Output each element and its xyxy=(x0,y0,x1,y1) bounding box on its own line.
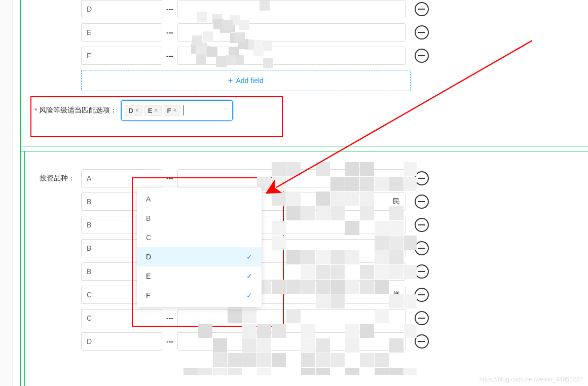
remove-row-button[interactable] xyxy=(415,334,429,349)
top-rows: D --- E --- F --- + Add field * 风险等级适当匹配… xyxy=(30,0,588,130)
tag-remove-icon[interactable]: × xyxy=(155,107,158,114)
key-text: F xyxy=(87,52,91,60)
remove-row-button[interactable] xyxy=(415,241,429,255)
text-cursor xyxy=(183,105,184,115)
key-text: B xyxy=(87,244,91,252)
kv-separator: --- xyxy=(162,28,177,36)
key-text: B xyxy=(87,267,91,276)
key-input[interactable]: D xyxy=(81,0,162,18)
risk-match-select[interactable]: D × E × F × ˄ xyxy=(121,100,233,121)
kv-row: E --- xyxy=(30,23,588,42)
key-text: C xyxy=(87,291,92,299)
kv-row: D --- xyxy=(30,0,588,18)
key-text: B xyxy=(87,221,91,229)
dropdown-option[interactable]: F ✓ xyxy=(137,286,262,305)
add-field-label: Add field xyxy=(236,76,263,85)
kv-separator: --- xyxy=(162,174,177,182)
kv-row: F --- xyxy=(30,47,588,65)
tag-text: F xyxy=(167,107,171,114)
select-tag: F × xyxy=(164,105,180,116)
dropdown-option[interactable]: E ✓ xyxy=(137,266,262,286)
left-gutter xyxy=(0,0,13,386)
dropdown-option[interactable]: D ✓ xyxy=(137,247,262,266)
remove-row-button[interactable] xyxy=(415,264,429,279)
options-dropdown[interactable]: A B C D ✓ E ✓ F ✓ xyxy=(137,187,262,307)
select-tag: D × xyxy=(125,105,142,116)
option-label: A xyxy=(146,195,151,203)
plus-icon: + xyxy=(228,76,233,85)
tag-remove-icon[interactable]: × xyxy=(135,107,139,114)
key-input[interactable]: E xyxy=(81,23,162,42)
remove-row-button[interactable] xyxy=(415,49,429,63)
check-icon: ✓ xyxy=(246,253,252,261)
required-star: * xyxy=(34,106,37,114)
tag-text: E xyxy=(148,107,153,114)
remove-row-button[interactable] xyxy=(415,311,429,325)
dropdown-option[interactable]: B xyxy=(137,209,262,228)
key-input[interactable]: F xyxy=(81,47,162,65)
select-tag: E × xyxy=(144,105,162,116)
remove-row-button[interactable] xyxy=(415,288,429,302)
remove-row-button[interactable] xyxy=(415,171,429,185)
key-text: D xyxy=(87,5,92,13)
risk-match-row: * 风险等级适当匹配选项： D × E × F × ˄ xyxy=(30,91,588,130)
key-text: A xyxy=(87,174,91,182)
green-border-vertical xyxy=(20,0,24,386)
dropdown-option[interactable]: C xyxy=(137,228,262,247)
key-input[interactable]: D xyxy=(81,332,162,351)
option-label: E xyxy=(146,272,151,280)
key-text: E xyxy=(87,28,91,36)
check-icon: ✓ xyxy=(246,291,252,299)
key-text: C xyxy=(87,314,92,322)
option-label: B xyxy=(146,214,151,222)
section-label: 投资品种： xyxy=(30,174,81,183)
dropdown-option[interactable]: A xyxy=(137,189,262,209)
kv-separator: --- xyxy=(162,52,177,60)
key-text: D xyxy=(87,337,92,345)
caret-up-icon[interactable]: ˄ xyxy=(224,107,227,114)
kv-separator: --- xyxy=(162,5,177,13)
risk-match-label: 风险等级适当匹配选项： xyxy=(39,106,117,115)
add-field-button[interactable]: + Add field xyxy=(81,70,411,91)
tag-text: D xyxy=(128,107,133,114)
key-input[interactable]: A xyxy=(81,169,162,187)
key-input[interactable]: C xyxy=(81,309,162,327)
check-icon: ✓ xyxy=(246,272,252,280)
option-label: C xyxy=(146,234,151,242)
option-label: F xyxy=(146,291,151,299)
kv-separator: --- xyxy=(162,337,177,345)
key-text: B xyxy=(87,198,91,206)
tag-remove-icon[interactable]: × xyxy=(173,107,177,114)
remove-row-button[interactable] xyxy=(415,218,429,232)
watermark: https://blog.csdn.net/weixin_44953227 xyxy=(480,376,583,383)
remove-row-button[interactable] xyxy=(415,2,429,16)
remove-row-button[interactable] xyxy=(415,195,429,209)
option-label: D xyxy=(146,253,151,261)
kv-separator: --- xyxy=(162,314,177,322)
remove-row-button[interactable] xyxy=(415,25,429,40)
